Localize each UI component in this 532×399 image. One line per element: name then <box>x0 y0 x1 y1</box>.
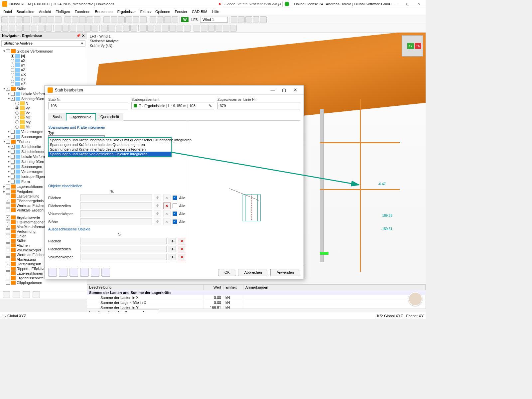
pick-icon[interactable]: ✛ <box>169 254 176 260</box>
footer-icon[interactable] <box>91 268 99 277</box>
alle-checkbox[interactable] <box>173 219 177 224</box>
toolbar-icon[interactable] <box>238 16 245 23</box>
tree-item[interactable]: ▾Globale Verformungen <box>0 49 87 54</box>
menu-berechnen[interactable]: Berechnen <box>93 9 115 14</box>
exclude-input[interactable] <box>80 246 167 252</box>
navigator-pin-icon[interactable]: 📌 ✕ <box>76 34 85 38</box>
toolbar-icon[interactable] <box>133 16 139 23</box>
alle-checkbox[interactable] <box>173 211 177 216</box>
lf-label[interactable]: LF3 <box>189 17 200 22</box>
toolbar-icon[interactable] <box>201 25 207 32</box>
toolbar-icon[interactable] <box>260 16 267 23</box>
toolbar-icon[interactable] <box>55 25 62 32</box>
toolbar-icon[interactable] <box>23 16 30 23</box>
toolbar-icon[interactable] <box>23 25 30 32</box>
toolbar-icon[interactable] <box>231 16 237 23</box>
toolbar-icon[interactable] <box>101 25 108 32</box>
toolbar-icon[interactable] <box>125 16 132 23</box>
clear-icon[interactable]: ✕ <box>163 195 171 201</box>
include-input[interactable] <box>80 218 152 225</box>
toolbar-icon[interactable] <box>48 16 54 23</box>
apply-button[interactable]: Anwenden <box>270 269 300 276</box>
toolbar-icon[interactable] <box>45 25 52 32</box>
toolbar-icon[interactable] <box>55 16 62 23</box>
table-row[interactable]: Summe der Lasten in X0.00kN <box>87 295 426 300</box>
toolbar-icon[interactable] <box>215 25 222 32</box>
toolbar-icon[interactable] <box>1 25 8 32</box>
toolbar-icon[interactable] <box>118 16 125 23</box>
toolbar-icon[interactable] <box>253 16 259 23</box>
menu-optionen[interactable]: Optionen <box>153 9 172 14</box>
nav-tab-icon[interactable] <box>13 291 20 298</box>
include-input[interactable] <box>80 202 152 209</box>
nav-tab-icon[interactable] <box>23 291 30 298</box>
dropdown-option[interactable]: Spannungen und Kräfte innerhalb des Quad… <box>49 142 171 147</box>
toolbar-icon[interactable] <box>147 25 154 32</box>
dialog-maximize[interactable]: ▢ <box>278 87 290 92</box>
toolbar-icon[interactable] <box>194 25 200 32</box>
toolbar-icon[interactable] <box>1 16 8 23</box>
toolbar-icon[interactable] <box>38 25 45 32</box>
toolbar-icon[interactable] <box>103 16 110 23</box>
toolbar-icon[interactable] <box>230 25 237 32</box>
footer-icon[interactable] <box>69 268 78 277</box>
pick-icon[interactable]: ✛ <box>154 210 161 217</box>
menu-einfügen[interactable]: Einfügen <box>54 9 72 14</box>
pick-icon[interactable]: ✛ <box>169 238 176 244</box>
toolbar-icon[interactable] <box>65 16 71 23</box>
pick-icon[interactable]: ✛ <box>154 202 161 209</box>
pick-icon[interactable]: ✛ <box>154 195 161 201</box>
toolbar-icon[interactable] <box>72 16 78 23</box>
toolbar-icon[interactable] <box>140 25 147 32</box>
maximize-button[interactable]: ▢ <box>403 2 413 6</box>
toolbar-icon[interactable] <box>150 16 156 23</box>
exclude-input[interactable] <box>80 238 167 244</box>
stab-nr-input[interactable] <box>48 102 128 109</box>
toolbar-icon[interactable] <box>245 16 252 23</box>
nav-tab-icon[interactable] <box>33 291 40 298</box>
toolbar-icon[interactable] <box>108 25 115 32</box>
exclude-input[interactable] <box>80 262 167 262</box>
toolbar-icon[interactable] <box>84 25 91 32</box>
pick-icon[interactable]: ✛ <box>169 262 176 262</box>
integration-type-dropdown[interactable]: Spannungen und Kräfte innerhalb des Bloc… <box>48 137 172 157</box>
cs-combo[interactable]: 1 - Global XYZ <box>2 314 26 318</box>
dropdown-option[interactable]: Spannungen und Kräfte innerhalb des Bloc… <box>49 138 171 142</box>
dialog-minimize[interactable]: — <box>267 87 278 92</box>
clear-icon[interactable]: ✕ <box>163 210 171 217</box>
dropdown-option[interactable]: Spannungen und Kräfte innerhalb des Zyli… <box>49 147 171 152</box>
toolbar-icon[interactable] <box>94 16 100 23</box>
toolbar-icon[interactable] <box>130 25 137 32</box>
toolbar-icon[interactable] <box>155 25 161 32</box>
loadcase-combo[interactable]: Wind 1 <box>200 17 227 23</box>
toolbar-icon[interactable] <box>184 25 191 32</box>
tree-item[interactable]: uX <box>0 58 87 63</box>
toolbar-icon[interactable] <box>208 25 215 32</box>
clear-icon[interactable]: ✕ <box>163 218 171 225</box>
toolbar-icon[interactable] <box>157 16 164 23</box>
dropdown-option[interactable]: Spannungen und Kräfte von definierten Ob… <box>49 152 171 156</box>
toolbar-icon[interactable] <box>91 25 98 32</box>
toolbar-icon[interactable] <box>162 25 169 32</box>
toolbar-icon[interactable] <box>86 16 93 23</box>
footer-icon[interactable] <box>59 268 67 277</box>
toolbar-icon[interactable] <box>116 25 122 32</box>
toolbar-icon[interactable] <box>33 16 40 23</box>
clear-icon[interactable]: ✕ <box>178 262 185 262</box>
toolbar-icon[interactable] <box>223 25 229 32</box>
toolbar-icon[interactable] <box>9 25 15 32</box>
line-nr-input[interactable] <box>217 102 300 109</box>
minimize-button[interactable]: — <box>392 2 402 6</box>
menu-ansicht[interactable]: Ansicht <box>37 9 53 14</box>
toolbar-icon[interactable] <box>164 16 171 23</box>
table-row[interactable]: Summe der Lagerkräfte in X0.00kN <box>87 300 426 305</box>
toolbar-icon[interactable] <box>169 25 176 32</box>
navigator-type-select[interactable]: Statische Analyse▾ <box>1 40 85 47</box>
include-input[interactable] <box>80 195 152 201</box>
toolbar-icon[interactable] <box>77 25 83 32</box>
toolbar-icon[interactable] <box>9 16 15 23</box>
clear-icon[interactable]: ✕ <box>178 254 185 260</box>
toolbar-icon[interactable] <box>16 16 23 23</box>
menu-datei[interactable]: Datei <box>1 9 14 14</box>
toolbar-icon[interactable] <box>62 25 69 32</box>
